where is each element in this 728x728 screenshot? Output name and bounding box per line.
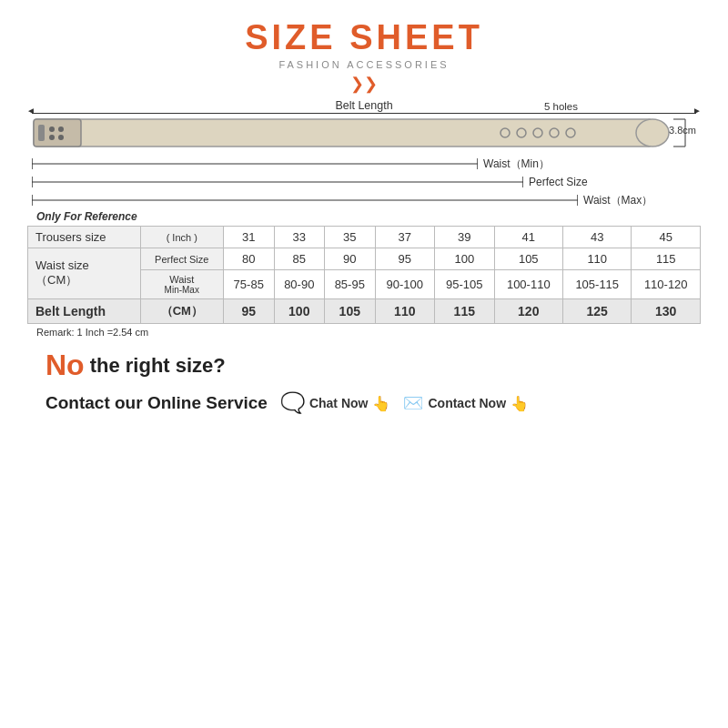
table-cell: 90 xyxy=(325,248,376,270)
table-cell: 110 xyxy=(563,248,632,270)
table-cell: 95-105 xyxy=(435,270,495,299)
only-ref-label: Only For Reference xyxy=(36,210,137,223)
table-cell: 100 xyxy=(435,248,495,270)
belt-width-label: 3.8cm xyxy=(669,125,696,136)
chat-icon: 🗨️ xyxy=(280,391,305,415)
table-row-perfect-size: Waist size （CM） Perfect Size Perfect Siz… xyxy=(28,248,701,270)
waist-min-arrow xyxy=(32,156,478,172)
table-cell: 33 xyxy=(274,227,325,248)
table-cell: 110-120 xyxy=(632,270,701,299)
chevron-icon: ❯❯ xyxy=(350,76,378,92)
contact-now-label: Contact Now xyxy=(428,396,506,410)
right-size-text: the right size? xyxy=(90,354,226,378)
contact-section: Contact our Online Service 🗨️ Chat Now 👆… xyxy=(46,391,529,415)
table-cell: 39 xyxy=(435,227,495,248)
mail-icon: ✉️ xyxy=(403,393,423,413)
belt-svg xyxy=(32,116,696,150)
hand-icon-chat: 👆 xyxy=(372,395,390,412)
table-cell: 45 xyxy=(632,227,701,248)
chat-now-label: Chat Now xyxy=(309,396,369,410)
svg-point-6 xyxy=(58,135,64,140)
belt-cm-label: （CM） xyxy=(140,299,223,324)
table-cell: 120 xyxy=(494,299,562,324)
table-cell: 105-115 xyxy=(563,270,632,299)
table-cell: 43 xyxy=(563,227,632,248)
five-holes-label: 5 holes xyxy=(544,101,578,112)
page-subtitle: FASHION ACCESSORIES xyxy=(278,59,449,70)
svg-rect-0 xyxy=(34,119,652,147)
table-cell: 37 xyxy=(375,227,435,248)
trousers-size-label: Trousers size xyxy=(28,227,141,248)
svg-point-5 xyxy=(58,126,64,132)
table-cell: 105 xyxy=(494,248,562,270)
table-cell: 100 xyxy=(274,299,325,324)
belt-length-label: Belt Length xyxy=(27,99,701,112)
svg-point-7 xyxy=(636,119,669,147)
svg-point-4 xyxy=(49,135,55,140)
belt-diagram: Belt Length xyxy=(27,99,701,208)
contact-label: Contact our Online Service xyxy=(46,393,268,413)
svg-point-3 xyxy=(49,126,55,132)
arrow-line xyxy=(32,113,696,114)
hand-icon-contact: 👆 xyxy=(511,395,529,412)
table-cell: 95 xyxy=(223,299,274,324)
belt-length-arrow xyxy=(32,113,696,114)
table-cell: 75-85 xyxy=(223,270,274,299)
svg-rect-2 xyxy=(38,125,45,141)
perfect-size-label: Perfect Size xyxy=(529,176,588,188)
table-cell: 80-90 xyxy=(274,270,325,299)
measurement-lines: Waist（Min） Perfect Size Waist（M xyxy=(32,156,696,208)
table-cell: 90-100 xyxy=(375,270,435,299)
table-cell: 95 xyxy=(375,248,435,270)
table-cell: 110 xyxy=(375,299,435,324)
table-cell: 85 xyxy=(274,248,325,270)
table-cell: 115 xyxy=(632,248,701,270)
size-table: Trousers size ( Inch ) 31 33 35 37 39 41… xyxy=(27,226,701,324)
waist-max-label: Waist（Max） xyxy=(583,193,652,208)
waist-max-arrow xyxy=(32,192,578,208)
table-cell: 125 xyxy=(563,299,632,324)
table-cell: 130 xyxy=(632,299,701,324)
perfect-size-sublabel: Perfect Size Perfect Size xyxy=(140,248,223,270)
table-cell: 31 xyxy=(223,227,274,248)
waist-minmax-sublabel: Waist Min-Max xyxy=(140,270,223,299)
table-row-trousers: Trousers size ( Inch ) 31 33 35 37 39 41… xyxy=(28,227,701,248)
table-cell: 41 xyxy=(494,227,562,248)
table-cell: 80 xyxy=(223,248,274,270)
page-title: SIZE SHEET xyxy=(245,18,483,57)
remark-text: Remark: 1 Inch =2.54 cm xyxy=(36,327,148,338)
waist-size-label: Waist size （CM） xyxy=(28,248,141,299)
table-cell: 85-95 xyxy=(325,270,376,299)
perfect-size-arrow xyxy=(32,174,523,190)
inch-label: ( Inch ) xyxy=(140,227,223,248)
table-cell: 105 xyxy=(325,299,376,324)
no-right-size-section: No the right size? xyxy=(46,349,226,382)
table-cell: 35 xyxy=(325,227,376,248)
waist-min-label: Waist（Min） xyxy=(483,157,550,172)
contact-now-button[interactable]: ✉️ Contact Now 👆 xyxy=(403,393,529,413)
table-row-belt-length: Belt Length （CM） 95 100 105 110 115 120 … xyxy=(28,299,701,324)
belt-length-col-label: Belt Length xyxy=(28,299,141,324)
table-cell: 100-110 xyxy=(494,270,562,299)
no-text: No xyxy=(46,349,85,382)
chat-now-button[interactable]: 🗨️ Chat Now 👆 xyxy=(280,391,391,415)
table-cell: 115 xyxy=(435,299,495,324)
